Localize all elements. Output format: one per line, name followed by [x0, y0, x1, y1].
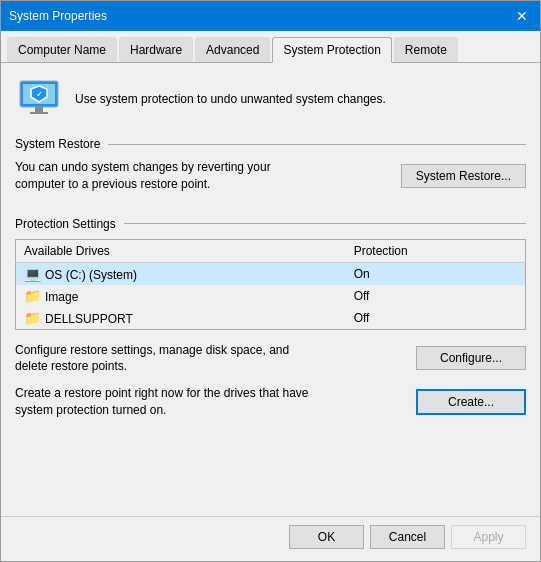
- protection-settings-section: Protection Settings Available Drives Pro…: [15, 217, 526, 330]
- svg-text:✓: ✓: [36, 90, 43, 99]
- drives-table: Available Drives Protection 💻OS (C:) (Sy…: [15, 239, 526, 330]
- create-row: Create a restore point right now for the…: [15, 385, 526, 419]
- drive-name-cell: 📁DELLSUPPORT: [16, 307, 346, 330]
- protection-settings-label: Protection Settings: [15, 217, 526, 231]
- system-properties-window: System Properties ✕ Computer Name Hardwa…: [0, 0, 541, 562]
- table-row[interactable]: 📁DELLSUPPORTOff: [16, 307, 526, 330]
- table-row[interactable]: 💻OS (C:) (System)On: [16, 262, 526, 285]
- header-description: Use system protection to undo unwanted s…: [75, 92, 386, 106]
- system-restore-button[interactable]: System Restore...: [401, 164, 526, 188]
- table-row[interactable]: 📁ImageOff: [16, 285, 526, 307]
- configure-button[interactable]: Configure...: [416, 346, 526, 370]
- svg-rect-4: [35, 107, 43, 112]
- drive-icon: 📁: [24, 310, 41, 326]
- cancel-button[interactable]: Cancel: [370, 525, 445, 549]
- content-area: ✓ Use system protection to undo unwanted…: [1, 63, 540, 516]
- system-restore-box: You can undo system changes by reverting…: [15, 159, 526, 203]
- footer: OK Cancel Apply: [1, 516, 540, 561]
- system-restore-label: System Restore: [15, 137, 526, 151]
- tab-computer-name[interactable]: Computer Name: [7, 37, 117, 62]
- tab-remote[interactable]: Remote: [394, 37, 458, 62]
- window-title: System Properties: [9, 9, 107, 23]
- close-button[interactable]: ✕: [512, 6, 532, 26]
- title-bar: System Properties ✕: [1, 1, 540, 31]
- column-protection: Protection: [346, 239, 526, 262]
- ok-button[interactable]: OK: [289, 525, 364, 549]
- drive-name-cell: 💻OS (C:) (System): [16, 262, 346, 285]
- protection-status: Off: [346, 285, 526, 307]
- configure-description: Configure restore settings, manage disk …: [15, 342, 325, 376]
- system-protection-icon: ✓: [15, 75, 63, 123]
- tab-hardware[interactable]: Hardware: [119, 37, 193, 62]
- create-description: Create a restore point right now for the…: [15, 385, 325, 419]
- tabs-container: Computer Name Hardware Advanced System P…: [1, 31, 540, 63]
- system-restore-description: You can undo system changes by reverting…: [15, 159, 275, 193]
- header-section: ✓ Use system protection to undo unwanted…: [15, 75, 526, 123]
- tab-advanced[interactable]: Advanced: [195, 37, 270, 62]
- configure-row: Configure restore settings, manage disk …: [15, 342, 526, 376]
- tab-system-protection[interactable]: System Protection: [272, 37, 391, 63]
- drive-name-cell: 📁Image: [16, 285, 346, 307]
- drive-icon: 📁: [24, 288, 41, 304]
- protection-status: Off: [346, 307, 526, 330]
- create-button[interactable]: Create...: [416, 389, 526, 415]
- svg-rect-5: [30, 112, 48, 114]
- drive-icon: 💻: [24, 266, 41, 282]
- apply-button[interactable]: Apply: [451, 525, 526, 549]
- column-drives: Available Drives: [16, 239, 346, 262]
- protection-status: On: [346, 262, 526, 285]
